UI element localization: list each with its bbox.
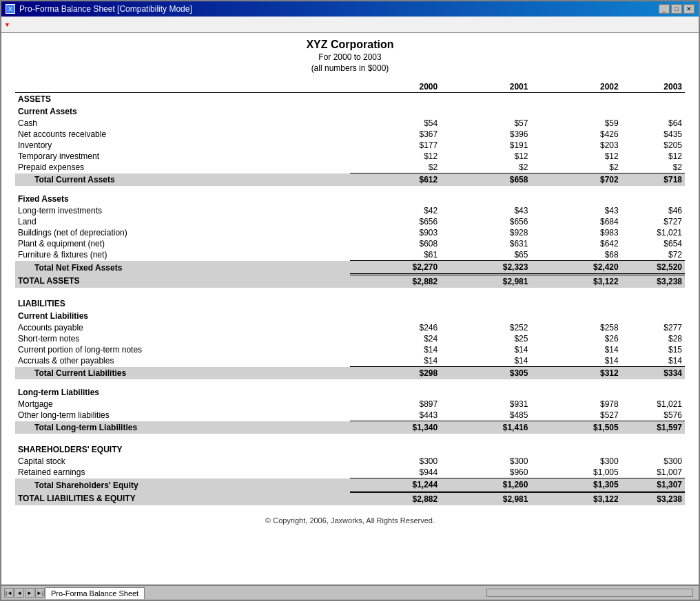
report-subtitle2: (all numbers in $000) (15, 63, 685, 73)
first-sheet-button[interactable]: |◄ (4, 588, 14, 598)
header-2001: 2001 (440, 81, 531, 93)
table-row: TOTAL ASSETS $2,882 $2,981 $3,122 $3,238 (15, 275, 685, 288)
copyright-text: © Copyright, 2006, Jaxworks, All Rights … (15, 516, 685, 525)
table-row (15, 434, 685, 441)
scroll-container[interactable]: XYZ Corporation For 2000 to 2003 (all nu… (1, 33, 699, 584)
minimize-button[interactable]: _ (659, 4, 670, 14)
report-title: XYZ Corporation (15, 39, 685, 51)
close-button[interactable]: ✕ (683, 4, 694, 14)
table-row: Net accounts receivable $367 $396 $426 $… (15, 129, 685, 140)
table-row: Short-term notes $24 $25 $26 $28 (15, 333, 685, 344)
table-row: Long-term Liabilities (15, 386, 685, 399)
table-row: Mortgage $897 $931 $978 $1,021 (15, 399, 685, 410)
report-subtitle: For 2000 to 2003 (15, 52, 685, 62)
table-row (15, 186, 685, 193)
table-row: Total Current Assets $612 $658 $702 $718 (15, 173, 685, 187)
next-sheet-button[interactable]: ► (25, 588, 34, 598)
status-right (486, 589, 696, 597)
app-icon: X (6, 4, 15, 14)
table-row: Accruals & other payables $14 $14 $14 $1… (15, 355, 685, 367)
table-row: Total Shareholders' Equity $1,244 $1,260… (15, 478, 685, 492)
table-row: Total Current Liabilities $298 $305 $312… (15, 367, 685, 380)
table-row: Temporary investment $12 $12 $12 $12 (15, 151, 685, 162)
spreadsheet-area: XYZ Corporation For 2000 to 2003 (all nu… (1, 33, 699, 584)
table-row: Long-term investments $42 $43 $43 $46 (15, 205, 685, 216)
table-row: Total Long-term Liabilities $1,340 $1,41… (15, 421, 685, 434)
content-area: XYZ Corporation For 2000 to 2003 (all nu… (1, 33, 699, 530)
title-bar: X Pro-Forma Balance Sheet [Compatibility… (1, 1, 699, 17)
header-2002: 2002 (531, 81, 621, 93)
last-sheet-button[interactable]: ►| (35, 588, 45, 598)
table-row: Retained earnings $944 $960 $1,005 $1,00… (15, 467, 685, 478)
maximize-button[interactable]: □ (671, 4, 682, 14)
sheet-nav-buttons: |◄ ◄ ► ►| (4, 588, 45, 598)
table-row: ASSETS (15, 93, 685, 106)
table-row: Accounts payable $246 $252 $258 $277 (15, 322, 685, 333)
window-body: ▼ XYZ Corporation For 2000 to 2003 (all … (1, 17, 699, 600)
table-row: Total Net Fixed Assets $2,270 $2,323 $2,… (15, 261, 685, 275)
table-row: Prepaid expenses $2 $2 $2 $2 (15, 162, 685, 173)
sheet-tab[interactable]: Pro-Forma Balance Sheet (45, 587, 145, 599)
window-title: Pro-Forma Balance Sheet [Compatibility M… (19, 4, 192, 14)
table-row (15, 288, 685, 295)
table-row: Buildings (net of depreciation) $903 $92… (15, 227, 685, 238)
table-row: LIABILITIES (15, 295, 685, 310)
prev-sheet-button[interactable]: ◄ (14, 588, 24, 598)
main-window: X Pro-Forma Balance Sheet [Compatibility… (0, 0, 700, 601)
table-row (15, 379, 685, 386)
table-row: Capital stock $300 $300 $300 $300 (15, 456, 685, 467)
toolbar: ▼ (1, 17, 699, 33)
table-row: SHAREHOLDERS' EQUITY (15, 441, 685, 456)
table-row: Current portion of long-term notes $14 $… (15, 344, 685, 355)
table-row: Inventory $177 $191 $203 $205 (15, 140, 685, 151)
table-row: Other long-term liabilities $443 $485 $5… (15, 410, 685, 421)
table-header-row: 2000 2001 2002 2003 (15, 81, 685, 93)
toolbar-indicator: ▼ (4, 21, 10, 28)
table-row: Plant & equipment (net) $608 $631 $642 $… (15, 238, 685, 249)
window-controls: _ □ ✕ (659, 4, 694, 14)
table-row: Current Assets (15, 105, 685, 118)
title-bar-left: X Pro-Forma Balance Sheet [Compatibility… (6, 4, 192, 14)
table-row: Furniture & fixtures (net) $61 $65 $68 $… (15, 249, 685, 261)
table-row: Land $656 $656 $684 $727 (15, 216, 685, 227)
table-row: Cash $54 $57 $59 $64 (15, 118, 685, 129)
table-row: Fixed Assets (15, 193, 685, 205)
balance-sheet-table: 2000 2001 2002 2003 ASSETSCurrent Assets… (15, 81, 685, 505)
header-label (15, 81, 350, 93)
header-2000: 2000 (350, 81, 440, 93)
statusbar: |◄ ◄ ► ►| Pro-Forma Balance Sheet (1, 584, 699, 600)
header-2003: 2003 (621, 81, 685, 93)
table-row: Current Liabilities (15, 310, 685, 322)
horizontal-scrollbar[interactable] (486, 589, 693, 597)
table-row: TOTAL LIABILITIES & EQUITY $2,882 $2,981… (15, 492, 685, 506)
